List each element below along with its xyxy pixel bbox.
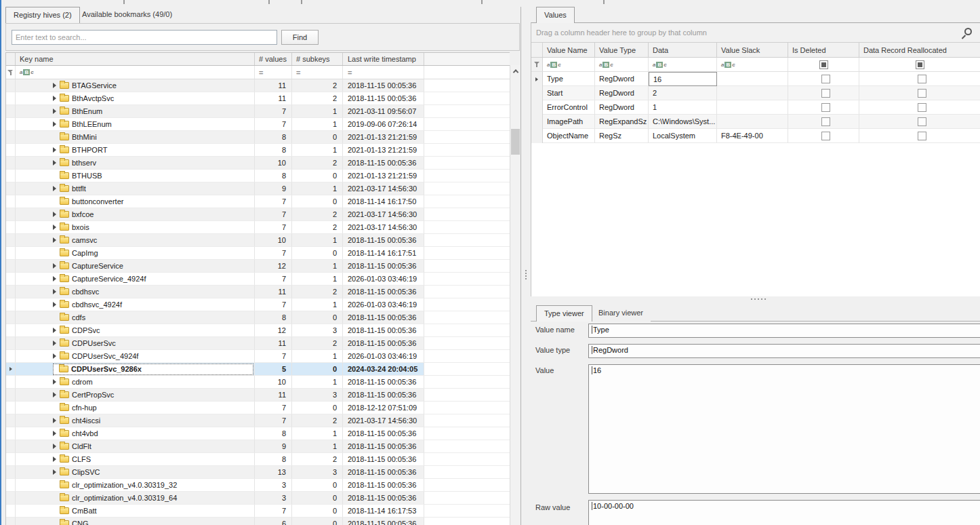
value-slack-cell[interactable] (717, 115, 788, 129)
expand-arrow-slot[interactable] (53, 442, 60, 450)
timestamp-cell[interactable]: 2021-03-17 14:56:30 (343, 414, 424, 427)
expand-arrow-icon[interactable] (53, 237, 56, 243)
expand-arrow-icon[interactable] (53, 186, 56, 191)
values-count-cell[interactable]: 8 (255, 311, 292, 324)
expand-arrow-slot[interactable] (53, 107, 60, 115)
data-record-reallocated-cell[interactable] (859, 100, 980, 115)
timestamp-cell[interactable]: 2018-11-15 00:05:36 (343, 376, 424, 389)
values-count-cell[interactable]: 8 (255, 453, 292, 466)
expand-arrow-slot[interactable] (53, 236, 60, 244)
checkbox-unchecked[interactable] (821, 103, 830, 112)
expand-arrow-icon[interactable] (53, 353, 56, 359)
data-cell[interactable]: 1 (649, 100, 717, 115)
checkbox-indeterminate[interactable] (916, 60, 924, 69)
subkeys-count-cell[interactable]: 0 (292, 402, 343, 414)
vertical-splitter-handle[interactable] (524, 270, 528, 279)
expand-arrow-icon[interactable] (53, 276, 56, 281)
subkeys-count-cell[interactable]: 2 (292, 286, 343, 298)
tree-header-timestamp[interactable]: Last write timestamp (343, 53, 424, 65)
values-header-data[interactable]: Data (649, 43, 717, 57)
tree-row[interactable]: cfn-hup702018-12-12 07:51:09 (6, 402, 510, 414)
value-slack-cell[interactable]: F8-4E-49-00 (717, 129, 788, 143)
expand-arrow-slot[interactable] (53, 120, 60, 128)
group-by-band[interactable]: Drag a column header here to group by th… (531, 23, 980, 43)
timestamp-cell[interactable]: 2021-03-11 09:56:07 (343, 105, 424, 118)
tree-row[interactable]: CNG602018-11-15 00:05:36 (6, 518, 510, 525)
subkeys-count-cell[interactable]: 2 (292, 79, 343, 92)
expand-arrow-slot[interactable] (53, 146, 60, 154)
subkeys-count-cell[interactable]: 0 (292, 131, 343, 144)
value-type-cell[interactable]: RegDword (595, 72, 649, 86)
key-name-cell[interactable]: CaptureService_4924f (16, 273, 255, 286)
timestamp-cell[interactable]: 2018-11-15 00:05:36 (343, 479, 424, 492)
expand-arrow-icon[interactable] (53, 431, 56, 436)
value-row[interactable]: StartRegDword2 (531, 86, 980, 100)
key-name-cell[interactable]: CaptureService (16, 260, 255, 273)
timestamp-cell[interactable]: 2021-03-17 14:56:30 (343, 208, 424, 221)
expand-arrow-icon[interactable] (53, 302, 56, 307)
expand-arrow-icon[interactable] (53, 147, 56, 153)
key-name-cell[interactable]: BTHUSB (16, 170, 255, 182)
value-slack-cell[interactable] (717, 100, 788, 115)
checkbox-unchecked[interactable] (918, 89, 926, 98)
values-filter-data[interactable]: aBc (649, 58, 717, 71)
values-filter-value-name[interactable]: aBc (543, 58, 595, 71)
search-magnifier-icon[interactable] (964, 28, 972, 35)
expand-arrow-slot[interactable] (53, 300, 60, 309)
expand-arrow-icon[interactable] (53, 225, 56, 230)
subkeys-count-cell[interactable]: 2 (292, 92, 343, 105)
value-name-cell[interactable]: Start (543, 86, 595, 100)
key-name-cell[interactable]: BthMini (16, 131, 255, 144)
data-record-reallocated-cell[interactable] (859, 86, 980, 100)
key-name-cell[interactable]: BthEnum (16, 105, 255, 118)
key-name-cell[interactable]: CDPUserSvc_4924f (16, 350, 255, 363)
key-name-cell[interactable]: BTAGService (16, 79, 255, 92)
timestamp-cell[interactable]: 2018-11-15 00:05:36 (343, 92, 424, 105)
subkeys-count-cell[interactable]: 2 (292, 337, 343, 350)
value-row[interactable]: ImagePathRegExpandSzC:\Windows\Syst... (531, 115, 980, 129)
tree-row[interactable]: CLFS822018-11-15 00:05:36 (6, 453, 510, 466)
key-name-cell[interactable]: bttflt (16, 182, 255, 195)
tree-filter-key-name[interactable]: aBc (16, 66, 255, 79)
values-count-cell[interactable]: 10 (255, 376, 292, 389)
is-deleted-cell[interactable] (788, 129, 859, 143)
subkeys-count-cell[interactable]: 3 (292, 466, 343, 479)
subkeys-count-cell[interactable]: 1 (292, 105, 343, 118)
value-name-cell[interactable]: ErrorControl (543, 100, 595, 115)
tree-row[interactable]: CaptureService1212018-11-15 00:05:36 (6, 260, 510, 273)
value-row[interactable]: ErrorControlRegDword1 (531, 100, 980, 115)
key-name-cell[interactable]: cdfs (16, 311, 255, 324)
expand-arrow-slot[interactable] (53, 262, 60, 270)
expand-arrow-icon[interactable] (53, 328, 56, 333)
values-count-cell[interactable]: 7 (255, 208, 292, 221)
expand-arrow-slot[interactable] (53, 94, 60, 102)
data-record-reallocated-cell[interactable] (859, 115, 980, 129)
key-name-cell[interactable]: CDPSvc (16, 324, 255, 337)
expand-arrow-slot[interactable] (53, 223, 60, 231)
tree-row[interactable]: BTAGService1122018-11-15 00:05:36 (6, 79, 510, 92)
tree-header-key-name[interactable]: Key name (16, 53, 255, 65)
timestamp-cell[interactable]: 2018-12-12 07:51:09 (343, 402, 424, 414)
filter-funnel-icon[interactable] (531, 58, 543, 71)
subkeys-count-cell[interactable]: 1 (292, 144, 343, 157)
checkbox-unchecked[interactable] (918, 103, 926, 112)
subkeys-count-cell[interactable]: 2 (292, 414, 343, 427)
subkeys-count-cell[interactable]: 0 (292, 247, 343, 260)
value-name-cell[interactable]: Type (543, 72, 595, 86)
tree-row[interactable]: CaptureService_4924f712026-01-03 03:46:1… (6, 273, 510, 286)
values-count-cell[interactable]: 10 (255, 157, 292, 170)
expand-arrow-slot[interactable] (53, 288, 60, 296)
expand-arrow-slot[interactable] (53, 416, 60, 425)
checkbox-unchecked[interactable] (821, 89, 830, 98)
subkeys-count-cell[interactable]: 1 (292, 440, 343, 453)
tree-row[interactable]: camsvc1012018-11-15 00:05:36 (6, 234, 510, 247)
tree-row[interactable]: cdrom1012018-11-15 00:05:36 (6, 376, 510, 389)
value-slack-cell[interactable] (717, 86, 788, 100)
timestamp-cell[interactable]: 2018-11-15 00:05:36 (343, 286, 424, 298)
subkeys-count-cell[interactable]: 1 (292, 182, 343, 195)
key-name-cell[interactable]: BthAvctpSvc (16, 92, 255, 105)
subkeys-count-cell[interactable]: 0 (292, 479, 343, 492)
tree-row[interactable]: BthEnum712021-03-11 09:56:07 (6, 105, 510, 118)
values-count-cell[interactable]: 10 (255, 234, 292, 247)
tree-row[interactable]: clr_optimization_v4.0.30319_32302018-11-… (6, 479, 510, 492)
